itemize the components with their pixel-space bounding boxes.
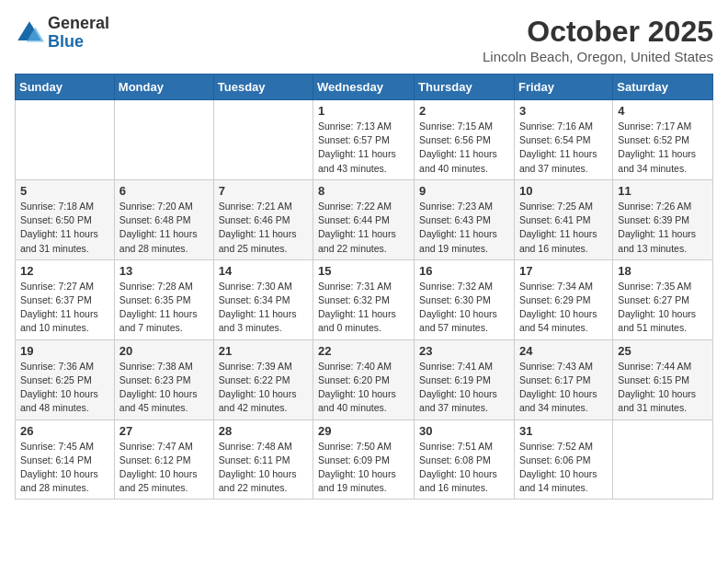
day-info: Sunrise: 7:27 AM Sunset: 6:37 PM Dayligh… xyxy=(20,280,109,336)
calendar-cell: 28Sunrise: 7:48 AM Sunset: 6:11 PM Dayli… xyxy=(213,419,313,500)
header-day-wednesday: Wednesday xyxy=(313,75,415,100)
calendar-cell: 26Sunrise: 7:45 AM Sunset: 6:14 PM Dayli… xyxy=(16,419,115,500)
day-info: Sunrise: 7:13 AM Sunset: 6:57 PM Dayligh… xyxy=(318,120,409,176)
day-info: Sunrise: 7:31 AM Sunset: 6:32 PM Dayligh… xyxy=(318,280,409,336)
logo-general: General xyxy=(48,15,109,33)
day-number: 20 xyxy=(119,344,209,358)
day-number: 30 xyxy=(419,424,509,438)
calendar-cell: 22Sunrise: 7:40 AM Sunset: 6:20 PM Dayli… xyxy=(313,339,415,419)
calendar-cell: 27Sunrise: 7:47 AM Sunset: 6:12 PM Dayli… xyxy=(114,419,213,500)
day-number: 29 xyxy=(318,424,409,438)
calendar-week-1: 1Sunrise: 7:13 AM Sunset: 6:57 PM Daylig… xyxy=(16,100,713,180)
calendar-cell: 13Sunrise: 7:28 AM Sunset: 6:35 PM Dayli… xyxy=(114,259,213,339)
day-number: 9 xyxy=(419,184,509,198)
day-number: 10 xyxy=(519,184,608,198)
day-number: 3 xyxy=(519,104,608,118)
page-header: General Blue October 2025 Lincoln Beach,… xyxy=(15,15,713,64)
calendar: SundayMondayTuesdayWednesdayThursdayFrid… xyxy=(15,74,713,500)
day-info: Sunrise: 7:35 AM Sunset: 6:27 PM Dayligh… xyxy=(618,280,708,336)
calendar-cell: 19Sunrise: 7:36 AM Sunset: 6:25 PM Dayli… xyxy=(16,339,115,419)
day-info: Sunrise: 7:23 AM Sunset: 6:43 PM Dayligh… xyxy=(419,200,509,256)
day-number: 18 xyxy=(618,264,708,278)
day-info: Sunrise: 7:18 AM Sunset: 6:50 PM Dayligh… xyxy=(20,200,109,256)
calendar-cell: 4Sunrise: 7:17 AM Sunset: 6:52 PM Daylig… xyxy=(613,100,713,180)
day-info: Sunrise: 7:36 AM Sunset: 6:25 PM Dayligh… xyxy=(20,360,109,416)
calendar-cell: 12Sunrise: 7:27 AM Sunset: 6:37 PM Dayli… xyxy=(16,259,115,339)
day-number: 7 xyxy=(219,184,308,198)
calendar-cell: 10Sunrise: 7:25 AM Sunset: 6:41 PM Dayli… xyxy=(514,179,612,259)
calendar-cell: 6Sunrise: 7:20 AM Sunset: 6:48 PM Daylig… xyxy=(114,179,213,259)
calendar-cell: 15Sunrise: 7:31 AM Sunset: 6:32 PM Dayli… xyxy=(313,259,415,339)
calendar-cell: 20Sunrise: 7:38 AM Sunset: 6:23 PM Dayli… xyxy=(114,339,213,419)
calendar-cell xyxy=(213,100,313,180)
logo: General Blue xyxy=(15,15,109,52)
calendar-cell xyxy=(114,100,213,180)
calendar-cell: 9Sunrise: 7:23 AM Sunset: 6:43 PM Daylig… xyxy=(415,179,515,259)
calendar-header: SundayMondayTuesdayWednesdayThursdayFrid… xyxy=(16,75,713,100)
title-section: October 2025 Lincoln Beach, Oregon, Unit… xyxy=(483,15,713,64)
calendar-cell: 14Sunrise: 7:30 AM Sunset: 6:34 PM Dayli… xyxy=(213,259,313,339)
day-info: Sunrise: 7:48 AM Sunset: 6:11 PM Dayligh… xyxy=(219,440,308,496)
calendar-cell: 3Sunrise: 7:16 AM Sunset: 6:54 PM Daylig… xyxy=(514,100,612,180)
calendar-cell: 5Sunrise: 7:18 AM Sunset: 6:50 PM Daylig… xyxy=(16,179,115,259)
day-info: Sunrise: 7:16 AM Sunset: 6:54 PM Dayligh… xyxy=(519,120,608,176)
day-number: 19 xyxy=(20,344,109,358)
day-info: Sunrise: 7:45 AM Sunset: 6:14 PM Dayligh… xyxy=(20,440,109,496)
day-number: 4 xyxy=(618,104,708,118)
day-number: 21 xyxy=(219,344,308,358)
day-info: Sunrise: 7:22 AM Sunset: 6:44 PM Dayligh… xyxy=(318,200,409,256)
calendar-cell: 1Sunrise: 7:13 AM Sunset: 6:57 PM Daylig… xyxy=(313,100,415,180)
day-number: 11 xyxy=(618,184,708,198)
day-info: Sunrise: 7:52 AM Sunset: 6:06 PM Dayligh… xyxy=(519,440,608,496)
header-row: SundayMondayTuesdayWednesdayThursdayFrid… xyxy=(16,75,713,100)
logo-text: General Blue xyxy=(48,15,109,52)
calendar-week-2: 5Sunrise: 7:18 AM Sunset: 6:50 PM Daylig… xyxy=(16,179,713,259)
calendar-cell: 8Sunrise: 7:22 AM Sunset: 6:44 PM Daylig… xyxy=(313,179,415,259)
day-info: Sunrise: 7:30 AM Sunset: 6:34 PM Dayligh… xyxy=(219,280,308,336)
day-number: 12 xyxy=(20,264,109,278)
calendar-body: 1Sunrise: 7:13 AM Sunset: 6:57 PM Daylig… xyxy=(16,100,713,500)
logo-icon xyxy=(15,18,44,48)
calendar-week-4: 19Sunrise: 7:36 AM Sunset: 6:25 PM Dayli… xyxy=(16,339,713,419)
calendar-cell: 25Sunrise: 7:44 AM Sunset: 6:15 PM Dayli… xyxy=(613,339,713,419)
calendar-cell xyxy=(613,419,713,500)
day-info: Sunrise: 7:41 AM Sunset: 6:19 PM Dayligh… xyxy=(419,360,509,416)
day-info: Sunrise: 7:47 AM Sunset: 6:12 PM Dayligh… xyxy=(119,440,209,496)
calendar-cell: 31Sunrise: 7:52 AM Sunset: 6:06 PM Dayli… xyxy=(514,419,612,500)
calendar-cell: 21Sunrise: 7:39 AM Sunset: 6:22 PM Dayli… xyxy=(213,339,313,419)
calendar-cell: 11Sunrise: 7:26 AM Sunset: 6:39 PM Dayli… xyxy=(613,179,713,259)
day-number: 16 xyxy=(419,264,509,278)
day-info: Sunrise: 7:43 AM Sunset: 6:17 PM Dayligh… xyxy=(519,360,608,416)
day-number: 24 xyxy=(519,344,608,358)
calendar-cell: 17Sunrise: 7:34 AM Sunset: 6:29 PM Dayli… xyxy=(514,259,612,339)
day-number: 28 xyxy=(219,424,308,438)
day-number: 2 xyxy=(419,104,509,118)
day-number: 17 xyxy=(519,264,608,278)
day-info: Sunrise: 7:38 AM Sunset: 6:23 PM Dayligh… xyxy=(119,360,209,416)
day-info: Sunrise: 7:51 AM Sunset: 6:08 PM Dayligh… xyxy=(419,440,509,496)
day-info: Sunrise: 7:40 AM Sunset: 6:20 PM Dayligh… xyxy=(318,360,409,416)
calendar-cell: 23Sunrise: 7:41 AM Sunset: 6:19 PM Dayli… xyxy=(415,339,515,419)
day-info: Sunrise: 7:26 AM Sunset: 6:39 PM Dayligh… xyxy=(618,200,708,256)
calendar-cell: 2Sunrise: 7:15 AM Sunset: 6:56 PM Daylig… xyxy=(415,100,515,180)
calendar-cell: 24Sunrise: 7:43 AM Sunset: 6:17 PM Dayli… xyxy=(514,339,612,419)
day-info: Sunrise: 7:15 AM Sunset: 6:56 PM Dayligh… xyxy=(419,120,509,176)
header-day-tuesday: Tuesday xyxy=(213,75,313,100)
day-number: 5 xyxy=(20,184,109,198)
day-info: Sunrise: 7:44 AM Sunset: 6:15 PM Dayligh… xyxy=(618,360,708,416)
calendar-cell: 7Sunrise: 7:21 AM Sunset: 6:46 PM Daylig… xyxy=(213,179,313,259)
calendar-week-3: 12Sunrise: 7:27 AM Sunset: 6:37 PM Dayli… xyxy=(16,259,713,339)
header-day-sunday: Sunday xyxy=(16,75,115,100)
day-info: Sunrise: 7:32 AM Sunset: 6:30 PM Dayligh… xyxy=(419,280,509,336)
day-info: Sunrise: 7:28 AM Sunset: 6:35 PM Dayligh… xyxy=(119,280,209,336)
day-number: 23 xyxy=(419,344,509,358)
day-number: 13 xyxy=(119,264,209,278)
logo-blue: Blue xyxy=(48,33,109,52)
day-info: Sunrise: 7:20 AM Sunset: 6:48 PM Dayligh… xyxy=(119,200,209,256)
header-day-monday: Monday xyxy=(114,75,213,100)
header-day-thursday: Thursday xyxy=(415,75,515,100)
calendar-cell: 29Sunrise: 7:50 AM Sunset: 6:09 PM Dayli… xyxy=(313,419,415,500)
calendar-cell xyxy=(16,100,115,180)
day-number: 1 xyxy=(318,104,409,118)
day-info: Sunrise: 7:21 AM Sunset: 6:46 PM Dayligh… xyxy=(219,200,308,256)
